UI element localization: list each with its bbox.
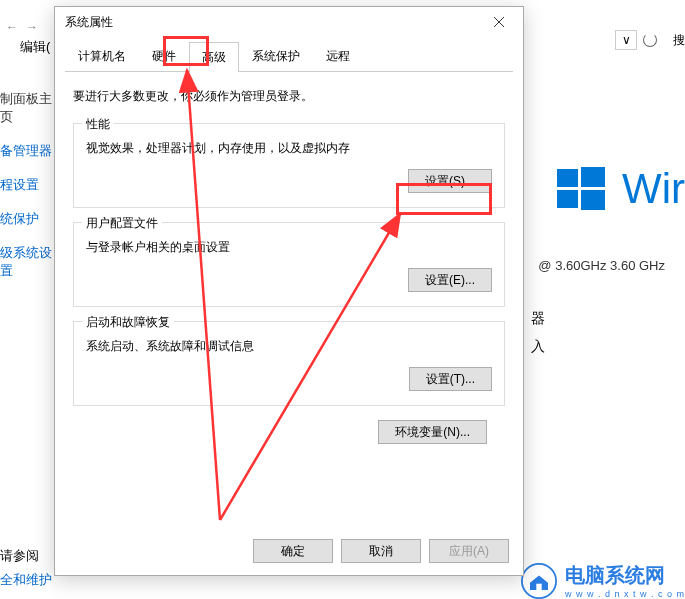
sidebar-item-control-panel[interactable]: 制面板主页 [0,90,54,126]
svg-rect-3 [581,190,605,210]
performance-desc: 视觉效果，处理器计划，内存使用，以及虚拟内存 [86,140,492,157]
security-maintenance-link[interactable]: 全和维护 [0,571,52,589]
startup-recovery-settings-button[interactable]: 设置(T)... [409,367,492,391]
nav-forward-icon[interactable]: → [26,20,38,34]
startup-recovery-title: 启动和故障恢复 [82,314,174,331]
site-name: 电脑系统网 [565,562,685,589]
environment-variables-button[interactable]: 环境变量(N)... [378,420,487,444]
performance-settings-button[interactable]: 设置(S)... [408,169,492,193]
user-profile-group: 用户配置文件 与登录帐户相关的桌面设置 设置(E)... [73,222,505,307]
cpu-info: @ 3.60GHz 3.60 GHz [538,258,665,273]
tab-remote[interactable]: 远程 [313,41,363,71]
user-profile-desc: 与登录帐户相关的桌面设置 [86,239,492,256]
performance-group: 性能 视觉效果，处理器计划，内存使用，以及虚拟内存 设置(S)... [73,123,505,208]
bg-text-2: 入 [531,338,545,356]
windows-logo-icon [557,165,605,216]
ok-button[interactable]: 确定 [253,539,333,563]
sidebar-item-advanced-settings[interactable]: 级系统设置 [0,244,54,280]
startup-recovery-desc: 系统启动、系统故障和调试信息 [86,338,492,355]
startup-recovery-group: 启动和故障恢复 系统启动、系统故障和调试信息 设置(T)... [73,321,505,406]
close-icon [494,17,504,27]
apply-button[interactable]: 应用(A) [429,539,509,563]
tab-advanced[interactable]: 高级 [189,42,239,72]
svg-rect-0 [557,169,578,187]
admin-instruction: 要进行大多数更改，你必须作为管理员登录。 [73,88,505,105]
bg-text-1: 器 [531,310,545,328]
see-also-label: 请参阅 [0,548,39,563]
search-placeholder[interactable]: 搜 [673,32,685,49]
svg-rect-2 [557,190,578,208]
system-properties-dialog: 系统属性 计算机名 硬件 高级 系统保护 远程 要进行大多数更改，你必须作为管理… [54,6,524,576]
user-profile-title: 用户配置文件 [82,215,162,232]
dialog-title: 系统属性 [65,14,113,31]
tab-computer-name[interactable]: 计算机名 [65,41,139,71]
refresh-icon[interactable] [643,33,657,47]
close-button[interactable] [479,9,519,35]
tab-strip: 计算机名 硬件 高级 系统保护 远程 [65,41,513,72]
site-url: w w w . d n x t w . c o m [565,589,685,599]
cancel-button[interactable]: 取消 [341,539,421,563]
nav-back-icon[interactable]: ← [6,20,18,34]
sidebar-item-remote-settings[interactable]: 程设置 [0,176,54,194]
svg-rect-1 [581,167,605,187]
breadcrumb-dropdown[interactable]: ∨ [615,30,637,50]
site-logo-icon [521,563,557,599]
windows-brand-text: Wir [622,165,685,213]
performance-title: 性能 [82,116,114,133]
sidebar-item-device-manager[interactable]: 备管理器 [0,142,54,160]
tab-hardware[interactable]: 硬件 [139,41,189,71]
sidebar-item-system-protection[interactable]: 统保护 [0,210,54,228]
user-profile-settings-button[interactable]: 设置(E)... [408,268,492,292]
edit-menu[interactable]: 编辑( [20,38,50,56]
tab-system-protection[interactable]: 系统保护 [239,41,313,71]
svg-rect-5 [536,583,541,589]
